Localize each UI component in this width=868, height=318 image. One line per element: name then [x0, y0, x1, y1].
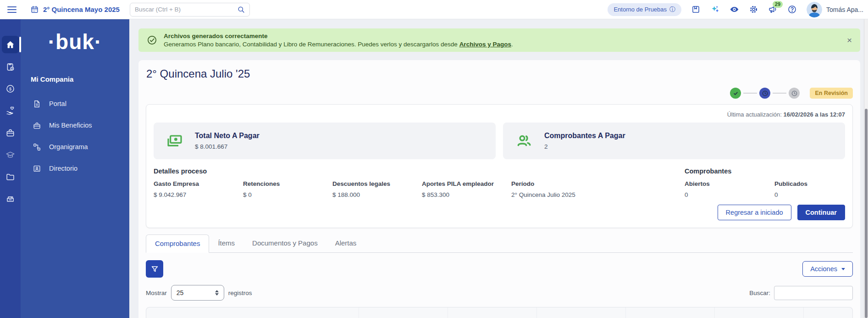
continue-button[interactable]: Continuar [797, 205, 845, 220]
rail-item-home[interactable] [2, 36, 19, 53]
archivos-y-pagos-link[interactable]: Archivos y Pagos [459, 41, 511, 48]
detail-col-gasto-empresa: Gasto Empresa $ 9.042.967 [154, 180, 243, 198]
page-size-select[interactable]: 25 [171, 285, 224, 301]
current-period[interactable]: 2° Quincena Mayo 2025 [30, 5, 120, 14]
rail-item-work[interactable] [2, 124, 19, 141]
search-icon[interactable] [237, 6, 245, 13]
lunchbox-icon [33, 121, 41, 130]
calendar-icon [30, 5, 39, 14]
sidebar: ·buk· Mi Compania Portal Mis Beneficios [21, 19, 129, 318]
main-content: Archivos generados correctamente Generam… [129, 19, 868, 318]
status-badge: En Revisión [810, 88, 853, 99]
sparkles-icon[interactable] [710, 5, 720, 14]
user-menu[interactable]: Tomás Apa... [807, 2, 863, 17]
funnel-icon [150, 265, 159, 273]
sidebar-item-label: Organigrama [49, 143, 88, 151]
rail-item-benefits[interactable] [2, 102, 19, 119]
gear-icon[interactable] [749, 5, 758, 14]
success-alert: Archivos generados correctamente Generam… [138, 28, 860, 52]
actions-button[interactable]: Acciones [802, 261, 853, 277]
sidebar-item-label: Portal [49, 100, 66, 107]
comprobantes-col-abiertos: Abiertos 0 [685, 180, 774, 198]
comprobantes-table-header [146, 307, 853, 318]
tab-items[interactable]: Ítems [209, 234, 243, 252]
tab-comprobantes[interactable]: Comprobantes [146, 234, 209, 253]
stat-title: Total Neto A Pagar [195, 132, 260, 140]
stat-value: $ 8.001.667 [195, 143, 260, 150]
scrollbar-thumb[interactable] [865, 109, 868, 318]
alert-body: Generamos Plano bancario, Contabilidad y… [164, 41, 513, 48]
megaphone-icon[interactable]: 29 [768, 5, 778, 14]
icon-rail: $ [0, 19, 21, 318]
close-icon[interactable]: × [847, 36, 852, 45]
svg-text:$: $ [9, 86, 12, 91]
process-stepper: En Revisión [146, 88, 853, 99]
detail-col-descuentos-legales: Descuentos legales $ 188.000 [332, 180, 422, 198]
sidebar-item-organigrama[interactable]: Organigrama [21, 140, 129, 154]
hamburger-menu-icon[interactable] [7, 6, 17, 13]
rail-item-training[interactable] [2, 146, 19, 163]
records-label: registros [228, 290, 252, 296]
detail-col-retenciones: Retenciones $ 0 [243, 180, 332, 198]
tab-documentos-y-pagos[interactable]: Documentos y Pagos [243, 234, 326, 252]
graduation-cap-icon [6, 150, 15, 160]
notification-badge: 29 [773, 1, 783, 8]
clock-icon [762, 90, 768, 97]
folder-icon [6, 172, 15, 182]
last-update: Última actualización: 16/02/2026 a las 1… [154, 111, 845, 118]
spinner-arrows-icon [215, 290, 219, 296]
tab-alertas[interactable]: Alertas [326, 234, 365, 252]
process-detail-card: Última actualización: 16/02/2026 a las 1… [146, 104, 853, 228]
avatar[interactable] [807, 2, 822, 17]
filter-button[interactable] [146, 260, 163, 278]
chevron-down-icon [841, 268, 845, 270]
table-search-input[interactable] [774, 286, 853, 300]
check-icon [732, 90, 739, 97]
sidebar-section-title: Mi Compania [31, 75, 129, 83]
environment-badge[interactable]: Entorno de Pruebas ⓘ [608, 3, 681, 16]
briefcase-icon [6, 128, 15, 138]
back-to-started-button[interactable]: Regresar a iniciado [718, 205, 791, 220]
rail-item-processes[interactable] [2, 58, 19, 75]
stat-card-total-neto: Total Neto A Pagar $ 8.001.667 [154, 123, 496, 159]
check-circle-icon [147, 35, 157, 45]
rail-item-payments[interactable]: $ [2, 80, 19, 97]
people-icon [515, 133, 533, 149]
process-panel: 2° Quincena Julio '25 En Revisión [138, 60, 860, 318]
bookmark-icon[interactable] [691, 5, 701, 14]
topbar: 2° Quincena Mayo 2025 Entorno de Pruebas… [0, 0, 868, 19]
help-icon[interactable] [787, 5, 797, 14]
clipboard-clock-icon [6, 62, 15, 72]
sidebar-item-portal[interactable]: Portal [21, 97, 129, 111]
global-search-input[interactable] [135, 6, 237, 13]
detail-tabs: Comprobantes Ítems Documentos y Pagos Al… [146, 234, 853, 253]
step-current[interactable] [759, 88, 770, 99]
user-name: Tomás Apa... [826, 6, 863, 13]
global-search[interactable] [130, 3, 250, 17]
rail-item-files[interactable] [2, 168, 19, 185]
buk-logo: ·buk· [21, 29, 129, 54]
comprobantes-section-title: Comprobantes [685, 167, 845, 175]
clock-icon [791, 90, 798, 97]
eye-icon[interactable] [730, 5, 739, 14]
rail-item-payroll[interactable] [2, 190, 19, 207]
step-done[interactable] [730, 88, 741, 99]
details-section-title: Detalles proceso [154, 167, 685, 175]
sidebar-item-mis-beneficios[interactable]: Mis Beneficios [21, 118, 129, 132]
id-card-icon [33, 164, 41, 173]
hand-heart-icon [6, 106, 15, 116]
stat-card-comprobantes: Comprobantes A Pagar 2 [503, 123, 845, 159]
detail-col-aportes-pila: Aportes PILA empleador $ 853.300 [422, 180, 511, 198]
comprobantes-col-publicados: Publicados 0 [774, 180, 845, 198]
info-icon: ⓘ [669, 6, 675, 14]
vertical-scrollbar[interactable] [864, 19, 868, 318]
sidebar-item-label: Mis Beneficios [49, 122, 92, 129]
dollar-coin-icon: $ [6, 84, 15, 94]
step-pending[interactable] [789, 88, 800, 99]
sidebar-item-directorio[interactable]: Directorio [21, 162, 129, 175]
sidebar-item-label: Directorio [49, 165, 77, 172]
banknote-icon [166, 133, 184, 149]
document-icon [33, 100, 41, 108]
cash-register-icon [6, 194, 15, 204]
home-icon [6, 40, 15, 50]
